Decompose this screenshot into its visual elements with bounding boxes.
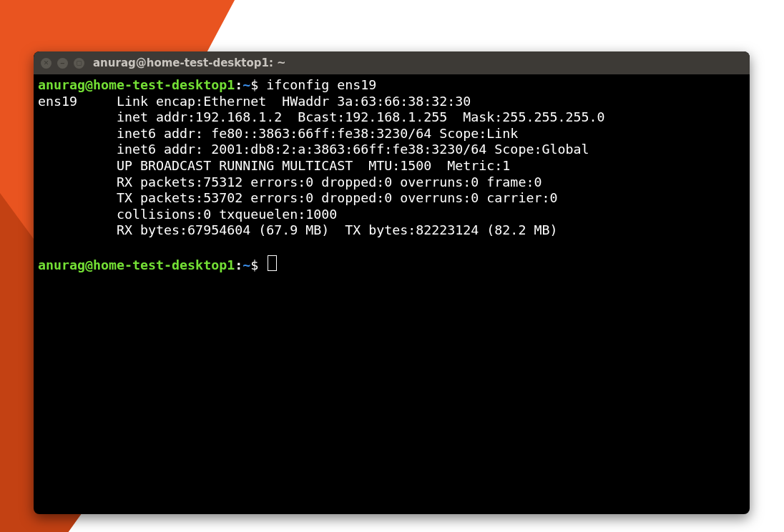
out-line-5: UP BROADCAST RUNNING MULTICAST MTU:1500 …	[117, 158, 510, 173]
ifconfig-output: ens19 Link encap:Ethernet HWaddr 3a:63:6…	[38, 94, 604, 238]
prompt-line-2: anurag@home-test-desktop1:~$	[38, 257, 277, 272]
prompt-path: ~	[242, 257, 250, 272]
prompt-colon: :	[235, 77, 242, 92]
prompt-colon: :	[235, 257, 242, 272]
cursor-icon	[268, 255, 277, 271]
out-line-9: RX bytes:67954604 (67.9 MB) TX bytes:822…	[117, 222, 557, 237]
out-line-6: RX packets:75312 errors:0 dropped:0 over…	[117, 174, 542, 189]
iface-name: ens19	[38, 94, 77, 109]
prompt-userhost: anurag@home-test-desktop1	[38, 257, 235, 272]
terminal-window: ✕ ‒ ▢ anurag@home-test-desktop1: ~ anura…	[34, 51, 750, 514]
prompt-line-1: anurag@home-test-desktop1:~$ ifconfig en…	[38, 77, 376, 92]
prompt-dollar: $	[250, 257, 258, 272]
out-line-7: TX packets:53702 errors:0 dropped:0 over…	[117, 190, 557, 205]
window-titlebar[interactable]: ✕ ‒ ▢ anurag@home-test-desktop1: ~	[34, 51, 750, 74]
out-line-1: Link encap:Ethernet HWaddr 3a:63:66:38:3…	[117, 94, 471, 109]
window-title: anurag@home-test-desktop1: ~	[93, 56, 286, 69]
terminal-body[interactable]: anurag@home-test-desktop1:~$ ifconfig en…	[34, 74, 750, 514]
prompt-path: ~	[242, 77, 250, 92]
out-line-8: collisions:0 txqueuelen:1000	[117, 207, 337, 222]
out-line-4: inet6 addr: 2001:db8:2:a:3863:66ff:fe38:…	[117, 142, 589, 157]
close-icon[interactable]: ✕	[41, 58, 52, 69]
prompt-userhost: anurag@home-test-desktop1	[38, 77, 235, 92]
minimize-icon[interactable]: ‒	[57, 58, 68, 69]
out-line-2: inet addr:192.168.1.2 Bcast:192.168.1.25…	[117, 109, 604, 124]
maximize-icon[interactable]: ▢	[74, 58, 84, 69]
prompt-dollar: $	[250, 77, 258, 92]
out-line-3: inet6 addr: fe80::3863:66ff:fe38:3230/64…	[117, 126, 518, 141]
typed-command: ifconfig ens19	[266, 77, 376, 92]
